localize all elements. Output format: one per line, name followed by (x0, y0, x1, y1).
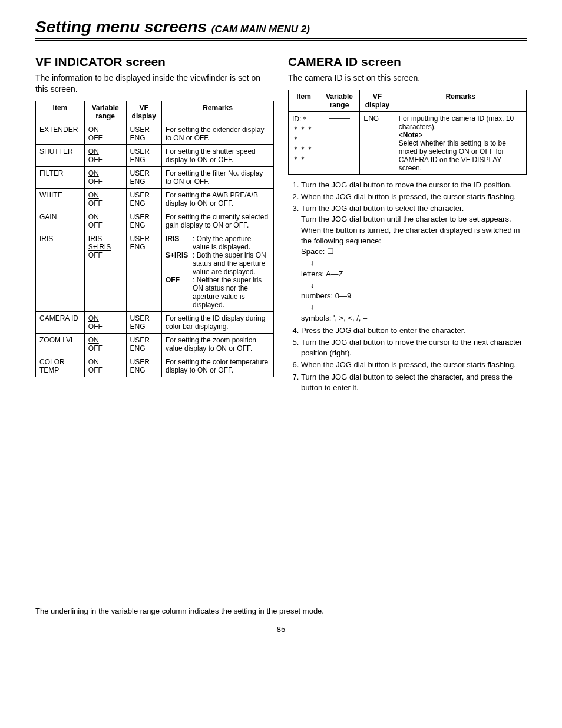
cell-vf: USER ENG (126, 188, 161, 210)
right-column: CAMERA ID screen The camera ID is set on… (288, 55, 527, 394)
cell-remarks: For setting the AWB PRE/A/B display to O… (161, 188, 273, 210)
range-option: OFF (88, 134, 123, 142)
step-7: Turn the JOG dial button to select the c… (301, 372, 527, 393)
table-row: ID:＊＊＊＊＊ ＊＊＊＊＊ ——— ENG For inputting the… (289, 111, 527, 174)
cell-range: ON OFF (84, 210, 126, 232)
iris-value: : Neither the super iris ON status nor t… (193, 276, 267, 309)
vf-option: USER (130, 358, 158, 366)
cell-vf: USER ENG (126, 123, 161, 144)
cell-item: COLOR TEMP (36, 355, 85, 377)
vf-indicator-heading: VF INDICATOR screen (35, 55, 274, 69)
range-option: ON (88, 147, 99, 156)
cell-vf: USER ENG (126, 210, 161, 232)
vf-option: USER (130, 336, 158, 344)
range-option: S+IRIS (88, 243, 111, 251)
step-3: Turn the JOG dial button to select the c… (301, 203, 527, 324)
page-subtitle: (CAM MAIN MENU 2) (211, 24, 310, 35)
range-option: ON (88, 169, 99, 177)
page-number: 85 (35, 625, 527, 634)
remarks-line: For inputting the camera ID (max. 10 cha… (399, 114, 523, 131)
page-title: Setting menu screens (35, 18, 207, 36)
step-4: Press the JOG dial button to enter the c… (301, 325, 527, 336)
range-option: OFF (88, 221, 123, 229)
cell-remarks: For setting the shutter speed display to… (161, 144, 273, 166)
step-3b: Turn the JOG dial button until the chara… (301, 215, 520, 245)
left-column: VF INDICATOR screen The information to b… (35, 55, 274, 377)
vf-indicator-table: Item Variable range VF display Remarks E… (35, 101, 274, 377)
th-remarks: Remarks (161, 101, 273, 123)
step-3a: Turn the JOG dial button to select the c… (301, 204, 464, 213)
title-rule (35, 38, 527, 41)
vf-option: ENG (130, 322, 158, 331)
vf-option: ENG (130, 156, 158, 164)
sequence-block: Space: ☐ ↓ letters: A—Z ↓ numbers: 0—9 ↓… (301, 246, 527, 324)
down-arrow-icon: ↓ (301, 258, 527, 269)
vf-option: ENG (130, 199, 158, 207)
cell-vf: ENG (360, 111, 395, 174)
range-option: ON (88, 126, 99, 134)
cell-range: ON OFF (84, 333, 126, 355)
range-option: ON (88, 314, 99, 322)
columns: VF INDICATOR screen The information to b… (35, 55, 527, 394)
camera-id-heading: CAMERA ID screen (288, 55, 527, 69)
step-6: When the JOG dial button is pressed, the… (301, 360, 527, 370)
range-option: OFF (88, 366, 123, 374)
cell-item: FILTER (36, 166, 85, 188)
instruction-steps: Turn the JOG dial button to move the cur… (288, 180, 527, 393)
vf-option: USER (130, 213, 158, 221)
seq-numbers: numbers: 0—9 (301, 291, 527, 302)
iris-label: S+IRIS (166, 251, 193, 259)
vf-option: USER (130, 169, 158, 177)
range-option: OFF (88, 156, 123, 164)
cell-range: ——— (319, 111, 359, 174)
th-item: Item (289, 90, 319, 111)
cell-vf: USER ENG (126, 355, 161, 377)
vf-option: USER (130, 126, 158, 134)
vf-option: USER (130, 235, 158, 243)
step-5: Turn the JOG dial button to move the cur… (301, 337, 527, 358)
footer-note: The underlining in the variable range co… (35, 607, 527, 615)
seq-space: Space: ☐ (301, 246, 527, 258)
cell-range: ON OFF (84, 144, 126, 166)
step-1: Turn the JOG dial button to move the cur… (301, 180, 527, 190)
th-range: Variable range (84, 101, 126, 123)
table-row: CAMERA ID ON OFF USER ENG For setting th… (36, 311, 274, 333)
down-arrow-icon: ↓ (301, 302, 527, 313)
cell-item: EXTENDER (36, 123, 85, 144)
range-option: ON (88, 213, 99, 221)
table-row: ZOOM LVL ON OFF USER ENG For setting the… (36, 333, 274, 355)
cell-remarks: For setting the color temperature displa… (161, 355, 273, 377)
camera-id-lead: The camera ID is set on this screen. (288, 73, 527, 84)
vf-option: ENG (130, 134, 158, 142)
cell-range: IRIS S+IRIS OFF (84, 232, 126, 311)
table-row: EXTENDER ON OFF USER ENG For setting the… (36, 123, 274, 144)
th-item: Item (36, 101, 85, 123)
iris-value: : Both the super iris ON status and the … (193, 251, 267, 276)
vf-option: ENG (130, 221, 158, 229)
range-option: OFF (88, 251, 123, 259)
table-header-row: Item Variable range VF display Remarks (36, 101, 274, 123)
cell-vf: USER ENG (126, 166, 161, 188)
table-header-row: Item Variable range VF display Remarks (289, 90, 527, 111)
th-vf: VF display (126, 101, 161, 123)
table-row: WHITE ON OFF USER ENG For setting the AW… (36, 188, 274, 210)
remarks-line: Select whether this setting is to be mix… (399, 139, 523, 172)
vf-option: USER (130, 147, 158, 156)
range-option: OFF (88, 177, 123, 186)
cell-range: ON OFF (84, 166, 126, 188)
range-option: OFF (88, 344, 123, 353)
cell-range: ON OFF (84, 188, 126, 210)
th-range: Variable range (319, 90, 359, 111)
cell-item: SHUTTER (36, 144, 85, 166)
vf-option: ENG (130, 366, 158, 374)
cell-item: WHITE (36, 188, 85, 210)
range-option: ON (88, 191, 99, 199)
range-option: ON (88, 336, 99, 344)
iris-value: : Only the aperture value is displayed. (193, 235, 267, 251)
vf-option: ENG (130, 344, 158, 353)
cell-remarks: For setting the zoom position value disp… (161, 333, 273, 355)
page-title-line: Setting menu screens (CAM MAIN MENU 2) (35, 18, 527, 37)
id-line2: ＊＊＊＊＊ (292, 144, 315, 164)
vf-option: USER (130, 191, 158, 199)
cell-range: ON OFF (84, 123, 126, 144)
